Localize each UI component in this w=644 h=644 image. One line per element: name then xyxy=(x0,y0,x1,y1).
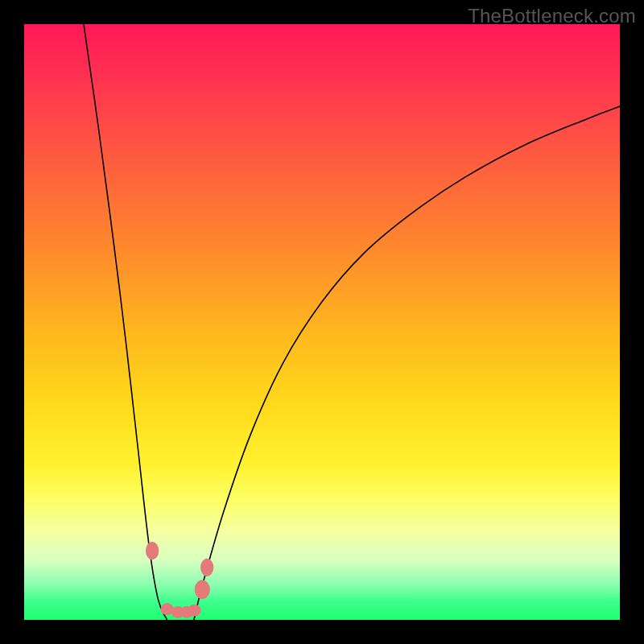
attribution-text: TheBottleneck.com xyxy=(468,5,636,27)
bottleneck-marker xyxy=(195,580,210,599)
bottleneck-marker xyxy=(146,542,159,559)
bottleneck-marker xyxy=(200,559,213,576)
chart-plot-area xyxy=(24,24,620,620)
left-branch-curve xyxy=(84,24,167,620)
right-branch-curve xyxy=(194,106,620,620)
bottleneck-marker xyxy=(188,605,201,617)
curve-svg xyxy=(24,24,620,620)
